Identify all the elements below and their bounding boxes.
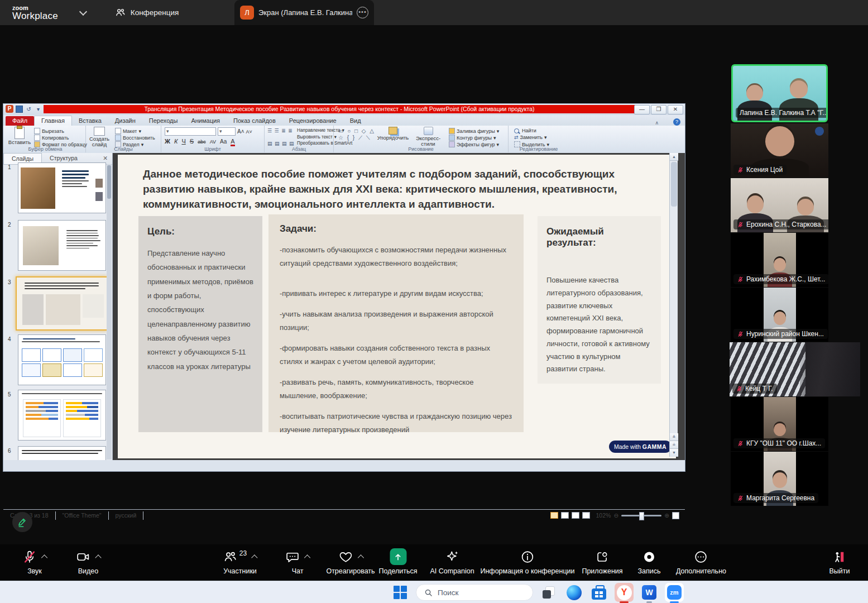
slide-thumbnail-5[interactable]	[18, 390, 106, 441]
video-tile[interactable]: Нуринский район Шкен...	[731, 288, 828, 342]
slide-thumbnail-6[interactable]	[18, 446, 106, 460]
change-case-button[interactable]: Aa	[220, 138, 227, 145]
font-size-box[interactable]: ▾	[218, 127, 236, 136]
chat-control[interactable]: Чат	[286, 548, 310, 575]
bold-button[interactable]: Ж	[165, 138, 170, 145]
ribbon-tab-insert[interactable]: Вставка	[72, 116, 108, 126]
shape-outline-button[interactable]: Контур фигуры ▾	[449, 135, 496, 141]
cut-button[interactable]: Вырезать	[34, 128, 64, 134]
audio-control[interactable]: Звук	[23, 548, 47, 575]
shape-fill-button[interactable]: Заливка фигуры ▾	[449, 128, 499, 134]
gamma-badge[interactable]: Made with GAMMA	[609, 441, 672, 453]
zoom-slider-thumb[interactable]	[639, 512, 644, 520]
scrollbar-thumb[interactable]	[671, 162, 677, 207]
grow-font-icon[interactable]: A˄	[237, 128, 244, 135]
shapes-gallery[interactable]: ▭ ○ □ ◇ △☆ { } ⟋ ⟍	[338, 128, 375, 141]
more-control[interactable]: Дополнительно	[676, 548, 726, 575]
alignment-icons[interactable]: ▤ ▤ ▤ ▤	[267, 141, 295, 146]
undo-icon[interactable]: ↺	[25, 106, 32, 113]
ribbon-tab-slideshow[interactable]: Показ слайдов	[227, 116, 282, 126]
store-button[interactable]	[589, 583, 608, 602]
scroll-down-icon[interactable]: ▼	[670, 449, 678, 457]
minimize-ribbon-icon[interactable]: ∧	[655, 120, 659, 126]
reset-button[interactable]: Восстановить	[115, 135, 155, 141]
italic-button[interactable]: К	[174, 138, 178, 145]
quick-styles-button[interactable]: Экспресс-стили	[411, 127, 445, 147]
slide-thumbnail-1[interactable]	[18, 162, 106, 213]
participants-chevron[interactable]	[252, 554, 258, 561]
chevron-down-icon[interactable]	[79, 7, 87, 15]
ribbon-tab-animation[interactable]: Анимация	[184, 116, 227, 126]
sorter-view-icon[interactable]	[561, 512, 569, 519]
annotate-button[interactable]	[12, 512, 32, 532]
minimize-button[interactable]: —	[634, 105, 650, 114]
chat-chevron[interactable]	[304, 554, 310, 561]
leave-control[interactable]: Выйти	[829, 548, 850, 575]
share-control[interactable]: Поделиться	[378, 548, 417, 575]
ribbon-tab-file[interactable]: Файл	[6, 116, 34, 126]
slide-thumbnail-4[interactable]	[18, 334, 106, 385]
scroll-up-icon[interactable]: ▲	[670, 153, 678, 161]
video-tile-active-speaker[interactable]: Лапина Е.В. Галкина Т.А "Г...	[731, 64, 828, 122]
slide-canvas[interactable]: Данное методическое пособие поможет учит…	[118, 155, 676, 458]
video-tile[interactable]: Кейц Т Г.	[730, 342, 860, 396]
audio-options-chevron[interactable]	[41, 554, 47, 561]
taskbar-search[interactable]: Поиск	[416, 584, 533, 601]
zoom-in-icon[interactable]: ⊕	[664, 512, 669, 519]
ribbon-tab-transitions[interactable]: Переходы	[142, 116, 185, 126]
list-indent-icons[interactable]: ☰ ☰ ≣ ≣	[267, 128, 293, 133]
ribbon-tab-home[interactable]: Главная	[34, 116, 72, 126]
ribbon-tab-view[interactable]: Вид	[343, 116, 368, 126]
arrange-button[interactable]: Упорядочить	[377, 127, 409, 141]
qat-dropdown-icon[interactable]: ▾	[35, 106, 42, 113]
layout-button[interactable]: Макет ▾	[115, 128, 141, 134]
tab-conference[interactable]: Конференция	[115, 7, 179, 18]
font-name-box[interactable]: ▾	[165, 127, 216, 136]
fit-window-icon[interactable]	[672, 512, 679, 519]
normal-view-icon[interactable]	[550, 512, 558, 519]
video-control[interactable]: Видео	[76, 548, 100, 575]
slideshow-view-icon[interactable]	[582, 512, 590, 519]
slide-thumbnail-2[interactable]	[18, 220, 106, 271]
start-button[interactable]	[391, 583, 410, 602]
video-tile[interactable]: Ксения Цой	[731, 123, 828, 178]
video-tile[interactable]: КГУ "ОШ 11" ОО г.Шах...	[731, 397, 828, 451]
help-icon[interactable]: ?	[673, 118, 680, 126]
close-button[interactable]: ✕	[668, 105, 683, 114]
record-control[interactable]: Запись	[637, 548, 660, 575]
slide-thumbnail-3-selected[interactable]	[16, 276, 108, 331]
prev-slide-icon[interactable]: ≜	[670, 433, 678, 441]
next-slide-icon[interactable]: ≟	[670, 441, 678, 449]
task-view-button[interactable]	[539, 583, 558, 602]
react-control[interactable]: Отреагировать	[326, 548, 375, 575]
video-tile[interactable]: Рахимбекова Ж.С., Шет...	[731, 233, 828, 287]
reading-view-icon[interactable]	[572, 512, 579, 519]
video-options-chevron[interactable]	[95, 554, 101, 561]
zoom-out-icon[interactable]: ⊖	[613, 512, 618, 519]
zoom-slider[interactable]	[621, 515, 661, 516]
strikethrough-button[interactable]: abc	[198, 139, 206, 145]
word-button[interactable]: W	[640, 583, 659, 602]
edge-button[interactable]	[564, 583, 583, 602]
ribbon-tab-design[interactable]: Дизайн	[108, 116, 142, 126]
new-slide-button[interactable]: Создать слайд	[86, 127, 113, 147]
meeting-info-control[interactable]: Информация о конференции	[480, 548, 574, 575]
underline-button[interactable]: Ч	[181, 138, 185, 145]
panel-scrollbar[interactable]	[107, 164, 112, 460]
tab-options-icon[interactable]: •••	[357, 7, 368, 18]
video-tile[interactable]: Ерохина С.Н., Старкова...	[731, 178, 828, 232]
editor-scrollbar[interactable]: ▲ ≜ ≟ ▼	[669, 153, 678, 457]
apps-control[interactable]: Приложения	[582, 548, 622, 575]
react-chevron[interactable]	[357, 554, 363, 561]
save-icon[interactable]	[16, 106, 23, 113]
zoom-app-button[interactable]: zm	[665, 583, 684, 602]
align-text-button[interactable]: Выровнять текст ▾	[297, 134, 337, 140]
font-color-button[interactable]: A	[231, 138, 234, 146]
copy-button[interactable]: Копировать	[34, 135, 69, 141]
shadow-button[interactable]: S	[190, 138, 194, 145]
char-spacing-button[interactable]: AV	[210, 139, 216, 145]
ai-companion-control[interactable]: AI Companion	[430, 548, 474, 575]
tab-screen-share[interactable]: Л Экран (Лапина Е.В. Галкина Т.А •••	[234, 0, 374, 25]
shrink-font-icon[interactable]: A˅	[246, 129, 252, 135]
find-button[interactable]: Найти	[514, 128, 536, 133]
